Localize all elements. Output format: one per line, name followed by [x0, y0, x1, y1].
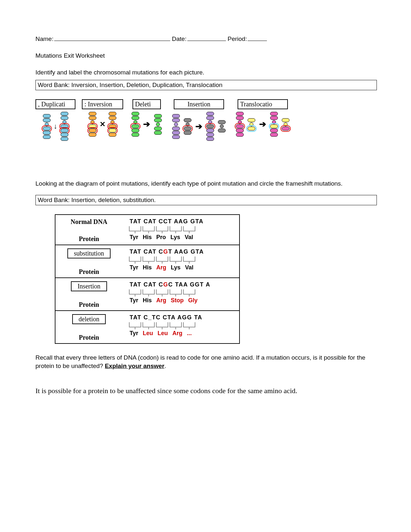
del-arrow-icon: ➔: [143, 119, 150, 129]
doc-title: Mutations Exit Worksheet: [35, 52, 376, 59]
name-blank[interactable]: [54, 41, 170, 41]
chrom-trans-before-a: [236, 112, 244, 137]
chrom-inv-after: [109, 112, 116, 137]
brackets-del: [129, 322, 238, 327]
label-protein: Protein: [79, 334, 99, 341]
answer-inversion: : Inversion: [82, 99, 123, 109]
period-blank[interactable]: [248, 41, 267, 41]
chrom-inversion: : Inversion ✕: [82, 99, 123, 141]
point-mutation-table: Normal DNA Protein TAT CAT CCT AAG GTA T…: [55, 214, 240, 344]
chrom-trans-after-b: [282, 118, 289, 131]
answer-insertion: Insertion: [174, 99, 224, 109]
chrom-dup-after: [61, 112, 68, 141]
chrom-del-after: [154, 114, 162, 135]
brackets-sub: [129, 256, 238, 262]
period-label: Period:: [228, 35, 247, 42]
chrom-deletion: Deleti ➔: [130, 99, 164, 141]
answer-translocation: Translocatio: [238, 99, 288, 109]
chrom-trans-before-b: [248, 118, 255, 131]
pm-row-substitution: substitution Protein TAT CAT CGT AAG GTA…: [55, 245, 239, 277]
chrom-ins-before-a: [172, 114, 180, 139]
dna-deletion: TAT C_TC CTA AGG TA: [130, 314, 238, 321]
aa-normal: TyrHisProLysVal: [130, 234, 238, 241]
aa-insertion: TyrHisArgStopGly: [130, 297, 238, 304]
date-blank[interactable]: [187, 41, 226, 41]
pm-row-normal: Normal DNA Protein TAT CAT CCT AAG GTA T…: [55, 215, 239, 245]
label-normal-dna: Normal DNA: [71, 218, 107, 226]
chromosome-row: , Duplicati ↓: [35, 99, 376, 141]
ins-arrow-icon: ➔: [195, 121, 202, 131]
aa-deletion: TyrLeuLeuArg...: [130, 330, 238, 337]
dna-insertion: TAT CAT CGC TAA GGT A: [130, 281, 238, 288]
chrom-duplication: , Duplicati ↓: [35, 99, 75, 141]
chrom-instruction: Identify and label the chromosomal mutat…: [35, 69, 376, 76]
final-question: Recall that every three letters of DNA (…: [35, 353, 376, 371]
label-protein: Protein: [79, 301, 99, 308]
trans-arrow-icon: ➔: [259, 119, 266, 129]
label-protein: Protein: [79, 268, 99, 276]
final-answer: It is possible for a protein to be unaff…: [35, 387, 376, 395]
label-protein: Protein: [79, 235, 99, 243]
inv-symbol: ✕: [100, 120, 105, 129]
answer-insertion-pm: Insertion: [71, 281, 107, 291]
dna-normal: TAT CAT CCT AAG GTA: [130, 218, 238, 225]
answer-duplication: , Duplicati: [35, 99, 75, 109]
dna-substitution: TAT CAT CGT AAG GTA: [130, 248, 238, 255]
pm-instruction: Looking at the diagram of point mutation…: [35, 179, 376, 188]
chrom-insertion: Insertion ➔: [170, 99, 228, 141]
chrom-ins-after-a: [206, 112, 214, 141]
pm-row-deletion: deletion Protein TAT C_TC CTA AGG TA Tyr…: [55, 310, 239, 343]
chrom-trans-after-a: [270, 112, 278, 137]
chrom-translocation: Translocatio ➔: [234, 99, 291, 141]
name-label: Name:: [35, 35, 54, 42]
chrom-ins-before-b: [184, 118, 191, 135]
answer-deletion: Deleti: [132, 99, 161, 109]
chrom-del-before: [132, 112, 139, 137]
answer-substitution: substitution: [67, 248, 110, 258]
answer-deletion-pm: deletion: [72, 314, 106, 324]
date-label: Date:: [172, 35, 186, 42]
dup-symbol: ↓: [54, 122, 57, 131]
header-line: Name: Date: Period:: [35, 35, 376, 43]
pm-row-insertion: Insertion Protein TAT CAT CGC TAA GGT A …: [55, 277, 239, 310]
wordbank-1: Word Bank: Inversion, Insertion, Deletio…: [35, 80, 377, 90]
wordbank-2: Word Bank: Insertion, deletion, substitu…: [35, 195, 377, 205]
aa-substitution: TyrHisArgLysVal: [130, 264, 238, 271]
chrom-inv-before: [89, 112, 96, 137]
brackets-ins: [129, 289, 238, 295]
brackets-normal: [129, 226, 238, 231]
chrom-ins-after-b: [218, 120, 226, 132]
chrom-dup-before: [43, 114, 51, 139]
